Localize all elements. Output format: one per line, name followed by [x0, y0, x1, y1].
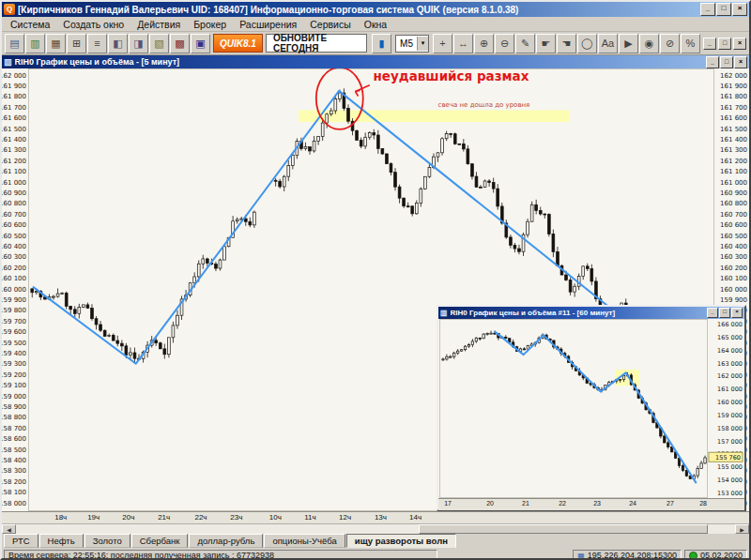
scrollbar-track[interactable]	[16, 524, 735, 534]
svg-text:160 900: 160 900	[2, 189, 26, 197]
chart-close-button[interactable]: ×	[734, 56, 747, 68]
tab-5[interactable]: доллар-рубль	[189, 534, 263, 548]
inset-window-titlebar[interactable]: ▥ RIH0 График цены и объёма #11 - [60 ми…	[438, 307, 744, 319]
svg-text:160 400: 160 400	[720, 243, 747, 250]
menu-item-5[interactable]: Расширения	[233, 19, 303, 30]
chart-horizontal-scrollbar[interactable]: ◀ ▶	[2, 523, 749, 534]
draw-tool-button[interactable]: ✎	[515, 34, 535, 53]
svg-text:154 000: 154 000	[717, 477, 743, 484]
inset-close-button[interactable]: ×	[731, 308, 743, 318]
tab-7[interactable]: ищу развороты волн	[346, 534, 456, 548]
svg-text:161 700: 161 700	[720, 104, 747, 112]
hand-tool-button[interactable]: ☚	[557, 34, 576, 53]
chart-window-titlebar[interactable]: ▥ RIH0 График цены и объёма - [5 минут] …	[2, 55, 749, 68]
time-tick-label: 23	[593, 500, 601, 507]
scroll-left-button[interactable]: ◀	[2, 524, 16, 534]
time-tick-label: 20	[486, 500, 494, 507]
titlebar[interactable]: Q [Кирпичников Геннадий Валерьевич UID: …	[2, 2, 749, 17]
toolbar-right-group: +↔⊕⊖✎☛☚◯Aa▶◉⊘%	[433, 34, 700, 53]
zoom-in-tool-button[interactable]: ⊕	[474, 34, 494, 53]
grid-settings-button[interactable]: ▩	[170, 34, 190, 53]
new-chart-button[interactable]: ▥	[25, 34, 45, 53]
interval-select[interactable]: M5 ▾	[395, 35, 429, 53]
close-button[interactable]: ×	[732, 3, 747, 16]
tab-6[interactable]: опционы-Учёба	[264, 534, 345, 548]
new-chart-icon: ▥	[30, 38, 39, 50]
new-document-button[interactable]: ▤	[5, 34, 24, 53]
svg-text:158 900: 158 900	[2, 403, 26, 411]
svg-text:158 800: 158 800	[2, 414, 26, 421]
quotes-list-button[interactable]: ≡	[87, 34, 107, 53]
svg-text:161 000: 161 000	[720, 179, 747, 187]
zoom-out-tool-button[interactable]: ⊖	[495, 34, 514, 53]
scrollbar-thumb[interactable]	[419, 524, 708, 534]
show-tool-button[interactable]: ◉	[639, 34, 659, 53]
workspace-button[interactable]: ▣	[191, 34, 210, 53]
pan-tool-button[interactable]: ↔	[453, 34, 473, 53]
menu-item-4[interactable]: Брокер	[187, 19, 233, 30]
child-close-button[interactable]: ×	[733, 38, 746, 50]
tab-3[interactable]: Золото	[84, 534, 130, 548]
inset-price-chart[interactable]: 166 000165 000164 000163 000162 000161 0…	[438, 319, 744, 498]
connection-address-value: 195.226.204.208:15300	[588, 551, 677, 560]
tab-2[interactable]: Нефть	[39, 534, 84, 548]
chart-minimize-button[interactable]: _	[706, 56, 719, 68]
chart-area: 162 000162 000161 900161 900161 800161 8…	[2, 68, 749, 532]
chart-restore-button[interactable]: □	[720, 56, 733, 68]
quik-version-badge[interactable]: QUIK8.1	[213, 34, 263, 53]
svg-text:163 000: 163 000	[717, 360, 743, 368]
time-tick-label: 14ч	[409, 513, 421, 522]
inset-chart-window[interactable]: ▥ RIH0 График цены и объёма #11 - [60 ми…	[437, 305, 746, 511]
menu-item-1[interactable]: Система	[4, 19, 56, 30]
inset-window-icon: ▥	[440, 309, 448, 317]
time-tick-label: 28	[699, 500, 707, 507]
scroll-right-button[interactable]: ▶	[735, 524, 749, 534]
new-table-button[interactable]: ▦	[46, 34, 66, 53]
hide-tool-button[interactable]: ⊘	[660, 34, 680, 53]
split-right-button[interactable]: ◨	[129, 34, 148, 53]
child-restore-button[interactable]: □	[718, 38, 731, 50]
band-note-label: свеча не дошла до уровня	[438, 101, 530, 109]
time-tick-label: 27	[667, 500, 674, 507]
svg-text:160 800: 160 800	[2, 200, 26, 207]
ellipse-tool-button[interactable]: ◯	[577, 34, 597, 53]
svg-text:161 600: 161 600	[2, 114, 26, 122]
percent-tool-button[interactable]: %	[681, 34, 700, 53]
child-minimize-button[interactable]: _	[703, 38, 716, 50]
menu-item-7[interactable]: Окна	[358, 19, 393, 30]
minimize-button[interactable]: _	[700, 3, 715, 16]
chart-style-button[interactable]: ▮	[372, 34, 391, 53]
crosshair-tool-button[interactable]: +	[433, 34, 452, 53]
svg-text:158 500: 158 500	[2, 446, 26, 454]
time-axis[interactable]: 18ч19ч20ч21ч22ч23ч10ч11ч12ч13ч14ч	[2, 511, 749, 523]
svg-text:164 000: 164 000	[717, 347, 743, 355]
time-tick-label: 19ч	[87, 513, 100, 522]
time-tick-label: 10ч	[269, 513, 282, 522]
maximize-button[interactable]: □	[716, 3, 731, 16]
level-highlight-band	[299, 110, 569, 122]
marker-tool-button[interactable]: ▶	[619, 34, 638, 53]
split-left-button[interactable]: ◧	[108, 34, 128, 53]
update-today-button[interactable]: ОБНОВИТЕ СЕГОДНЯ	[266, 34, 367, 53]
svg-text:160 000: 160 000	[717, 399, 743, 406]
export-data-button[interactable]: ▧	[149, 34, 169, 53]
menu-item-2[interactable]: Создать окно	[56, 19, 130, 30]
add-window-button[interactable]: ⊞	[67, 34, 86, 53]
tab-1[interactable]: РТС	[4, 534, 38, 548]
menu-item-3[interactable]: Действия	[130, 19, 187, 30]
draw-tool-icon: ✎	[521, 38, 529, 50]
svg-text:160 900: 160 900	[720, 189, 747, 197]
svg-text:161 100: 161 100	[720, 168, 747, 175]
zoom-out-tool-icon: ⊖	[500, 38, 509, 50]
inset-restore-button[interactable]: □	[719, 308, 730, 318]
candlestick-icon: ▮	[379, 38, 385, 50]
menubar: СистемаСоздать окноДействияБрокерРасшире…	[2, 17, 749, 32]
menu-item-6[interactable]: Сервисы	[303, 19, 358, 30]
time-tick-label: 18ч	[54, 513, 67, 522]
tab-4[interactable]: Сбербанк	[131, 534, 189, 548]
pointer-tool-button[interactable]: ☛	[536, 34, 556, 53]
svg-text:161 800: 161 800	[720, 93, 747, 100]
inset-time-axis[interactable]: 1720212223242728	[438, 498, 744, 510]
text-tool-button[interactable]: Aa	[598, 34, 618, 53]
inset-minimize-button[interactable]: _	[707, 308, 718, 318]
